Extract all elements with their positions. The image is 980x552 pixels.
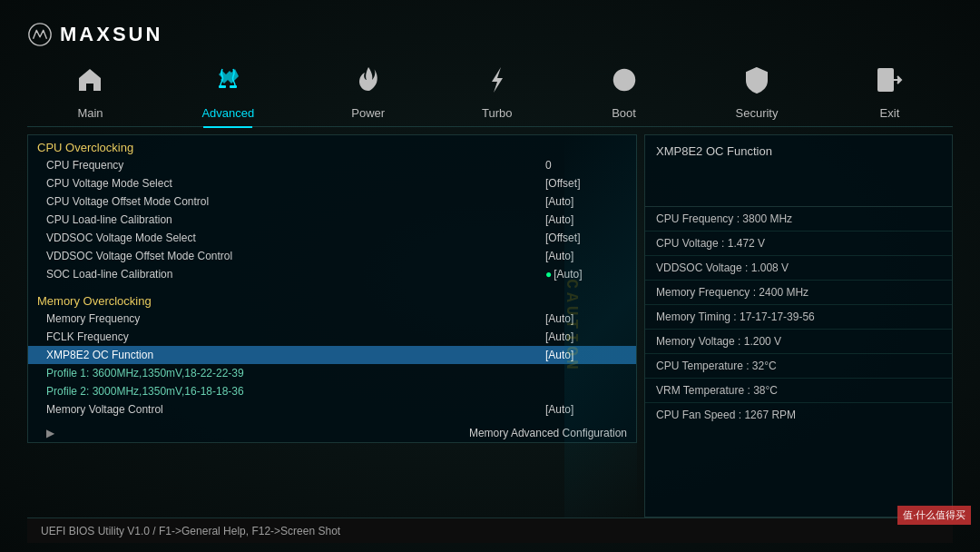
watermark: 值·什么值得买: [897, 506, 971, 525]
nav-item-security[interactable]: i Security: [721, 62, 793, 123]
menu-item-vddsoc-mode[interactable]: VDDSOC Voltage Mode Select [Offset]: [28, 229, 636, 247]
nav-item-boot[interactable]: Boot: [595, 62, 653, 123]
turbo-lightning-icon: [483, 65, 512, 101]
menu-item-cpu-voltage-offset[interactable]: CPU Voltage Offset Mode Control [Auto]: [28, 192, 636, 211]
stat-cpu-freq: CPU Frequency : 3800 MHz: [645, 207, 952, 232]
stat-vddsoc-voltage: VDDSOC Voltage : 1.008 V: [645, 256, 952, 281]
cpu-voltage-mode-label: CPU Voltage Mode Select: [46, 177, 172, 190]
vddsoc-mode-value: [Offset]: [545, 232, 627, 244]
stat-cpu-temp: CPU Temperature : 32°C: [645, 354, 952, 379]
stat-cpu-freq-text: CPU Frequency : 3800 MHz: [656, 212, 792, 225]
dot-indicator: ●: [545, 268, 552, 281]
left-panel: CPU Overclocking CPU Frequency 0 CPU Vol…: [27, 134, 637, 443]
home-icon: [75, 65, 104, 101]
mem-freq-label: Memory Frequency: [46, 312, 140, 325]
stat-cpu-voltage-text: CPU Voltage : 1.472 V: [656, 237, 765, 250]
stat-mem-voltage-text: Memory Voltage : 1.200 V: [656, 335, 781, 348]
section-header-memory: Memory Overclocking: [28, 289, 636, 310]
nav-label-exit: Exit: [880, 106, 900, 120]
fclk-value: [Auto]: [545, 330, 627, 343]
nav-label-turbo: Turbo: [482, 106, 512, 120]
stat-mem-freq: Memory Frequency : 2400 MHz: [645, 281, 952, 305]
stat-vrm-temp: VRM Temperature : 38°C: [645, 379, 952, 403]
cpu-freq-label: CPU Frequency: [46, 159, 123, 172]
xmp-oc-value: [Auto]: [545, 349, 627, 361]
svg-rect-1: [219, 85, 226, 88]
nav-item-turbo[interactable]: Turbo: [467, 62, 526, 123]
power-circle-icon: [610, 65, 639, 101]
mem-voltage-value: [Auto]: [545, 403, 627, 416]
tools-icon: [213, 65, 242, 101]
stat-mem-voltage: Memory Voltage : 1.200 V: [645, 330, 952, 354]
nav-label-boot: Boot: [612, 106, 636, 120]
cpu-freq-value: 0: [545, 159, 627, 172]
stat-cpu-temp-text: CPU Temperature : 32°C: [656, 360, 777, 372]
stat-mem-timing: Memory Timing : 17-17-17-39-56: [645, 305, 952, 330]
info-header-text: XMP8E2 OC Function: [656, 144, 772, 158]
menu-item-mem-advanced[interactable]: ▶ Memory Advanced Configuration: [28, 424, 636, 442]
logo-area: MAXSUN: [27, 22, 162, 47]
profile1-label: Profile 1: 3600MHz,1350mV,18-22-22-39: [46, 367, 244, 380]
stats-panel: CPU Frequency : 3800 MHz CPU Voltage : 1…: [644, 207, 953, 518]
nav-label-main: Main: [77, 106, 103, 120]
watermark-text: 值·什么值得买: [903, 509, 965, 520]
nav-label-security: Security: [736, 106, 779, 120]
menu-item-mem-freq[interactable]: Memory Frequency [Auto]: [28, 310, 636, 328]
vddsoc-offset-label: VDDSOC Voltage Offset Mode Control: [46, 250, 232, 262]
menu-item-fclk[interactable]: FCLK Frequency [Auto]: [28, 328, 636, 346]
menu-item-profile1[interactable]: Profile 1: 3600MHz,1350mV,18-22-22-39: [28, 364, 636, 382]
svg-point-0: [29, 23, 51, 44]
logo-icon: [27, 22, 53, 47]
nav-item-main[interactable]: Main: [61, 62, 119, 123]
menu-item-profile2[interactable]: Profile 2: 3000MHz,1350mV,16-18-18-36: [28, 382, 636, 400]
mem-advanced-arrow: ▶: [46, 427, 54, 439]
stat-vrm-temp-text: VRM Temperature : 38°C: [656, 384, 778, 397]
stat-mem-timing-text: Memory Timing : 17-17-17-39-56: [656, 310, 815, 323]
power-flame-icon: [354, 65, 383, 101]
left-panel-wrapper: CAUTION CPU Overclocking CPU Frequency 0…: [27, 134, 637, 518]
stat-cpu-voltage: CPU Voltage : 1.472 V: [645, 232, 952, 256]
info-header: XMP8E2 OC Function: [644, 134, 953, 207]
mem-freq-value: [Auto]: [545, 312, 627, 325]
soc-llc-value: ●[Auto]: [545, 268, 627, 281]
cpu-llc-value: [Auto]: [545, 213, 627, 226]
cpu-voltage-offset-value: [Auto]: [545, 195, 627, 208]
right-panel: XMP8E2 OC Function CPU Frequency : 3800 …: [644, 134, 953, 518]
nav-item-power[interactable]: Power: [337, 62, 399, 123]
menu-item-mem-voltage[interactable]: Memory Voltage Control [Auto]: [28, 400, 636, 419]
nav-label-power: Power: [351, 106, 385, 120]
cpu-voltage-offset-label: CPU Voltage Offset Mode Control: [46, 195, 209, 208]
header: MAXSUN: [27, 9, 953, 54]
menu-item-cpu-llc[interactable]: CPU Load-line Calibration [Auto]: [28, 211, 636, 229]
logo-text: MAXSUN: [60, 23, 162, 46]
vddsoc-mode-label: VDDSOC Voltage Mode Select: [46, 232, 196, 244]
stat-mem-freq-text: Memory Frequency : 2400 MHz: [656, 286, 808, 299]
stat-vddsoc-voltage-text: VDDSOC Voltage : 1.008 V: [656, 261, 789, 274]
mem-voltage-label: Memory Voltage Control: [46, 403, 163, 416]
nav-label-advanced: Advanced: [201, 106, 254, 120]
cpu-llc-label: CPU Load-line Calibration: [46, 213, 172, 226]
menu-item-xmp-oc[interactable]: XMP8E2 OC Function [Auto]: [28, 346, 636, 364]
main-container: MAXSUN Main Advanced: [0, 0, 980, 552]
xmp-oc-label: XMP8E2 OC Function: [46, 349, 153, 361]
mem-advanced-label: Memory Advanced Configuration: [469, 427, 627, 439]
fclk-label: FCLK Frequency: [46, 330, 129, 343]
status-bar-text: UEFI BIOS Utility V1.0 / F1->General Hel…: [41, 525, 340, 537]
shield-icon: i: [742, 65, 771, 101]
svg-rect-6: [878, 69, 893, 91]
nav-bar: Main Advanced Power: [27, 54, 953, 127]
nav-item-advanced[interactable]: Advanced: [187, 62, 269, 123]
menu-item-soc-llc[interactable]: SOC Load-line Calibration ●[Auto]: [28, 265, 636, 283]
menu-item-cpu-freq[interactable]: CPU Frequency 0: [28, 156, 636, 174]
profile2-label: Profile 2: 3000MHz,1350mV,16-18-18-36: [46, 385, 244, 398]
content-area: CAUTION CPU Overclocking CPU Frequency 0…: [27, 127, 953, 518]
vddsoc-offset-value: [Auto]: [545, 250, 627, 262]
soc-llc-label: SOC Load-line Calibration: [46, 268, 172, 281]
stat-cpu-fan: CPU Fan Speed : 1267 RPM: [645, 403, 952, 427]
nav-item-exit[interactable]: Exit: [860, 62, 918, 123]
section-header-cpu: CPU Overclocking: [28, 135, 636, 156]
cpu-voltage-mode-value: [Offset]: [545, 177, 627, 190]
menu-item-vddsoc-offset[interactable]: VDDSOC Voltage Offset Mode Control [Auto…: [28, 247, 636, 265]
status-bar: UEFI BIOS Utility V1.0 / F1->General Hel…: [27, 518, 953, 543]
menu-item-cpu-voltage-mode[interactable]: CPU Voltage Mode Select [Offset]: [28, 174, 636, 192]
